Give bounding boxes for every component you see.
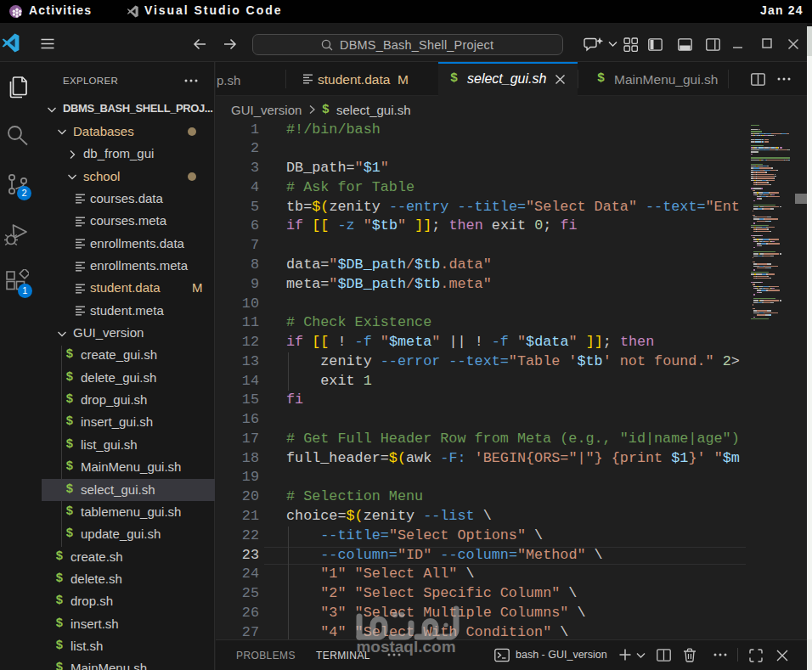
svg-text:mostaql.com: mostaql.com (356, 638, 455, 656)
